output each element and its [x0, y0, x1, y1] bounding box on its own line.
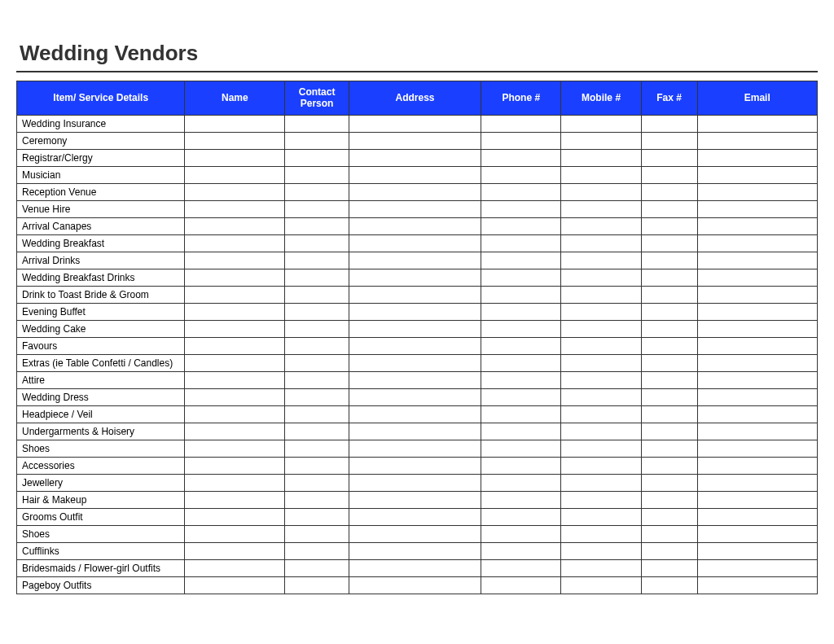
cell-item[interactable]: Jewellery [17, 474, 185, 491]
cell-fax[interactable] [641, 303, 697, 320]
cell-phone[interactable] [481, 252, 561, 269]
cell-contact[interactable] [285, 491, 349, 508]
cell-item[interactable]: Venue Hire [17, 200, 185, 217]
cell-fax[interactable] [641, 559, 697, 576]
cell-name[interactable] [185, 542, 285, 559]
cell-email[interactable] [697, 542, 818, 559]
cell-contact[interactable] [285, 286, 349, 303]
cell-email[interactable] [697, 388, 818, 405]
cell-fax[interactable] [641, 200, 697, 217]
cell-contact[interactable] [285, 217, 349, 234]
cell-contact[interactable] [285, 149, 349, 166]
cell-phone[interactable] [481, 457, 561, 474]
cell-phone[interactable] [481, 269, 561, 286]
cell-email[interactable] [697, 286, 818, 303]
cell-phone[interactable] [481, 354, 561, 371]
cell-fax[interactable] [641, 508, 697, 525]
cell-name[interactable] [185, 508, 285, 525]
cell-phone[interactable] [481, 371, 561, 388]
cell-mobile[interactable] [561, 491, 641, 508]
cell-mobile[interactable] [561, 405, 641, 423]
cell-item[interactable]: Headpiece / Veil [17, 405, 185, 423]
cell-fax[interactable] [641, 423, 697, 440]
cell-phone[interactable] [481, 286, 561, 303]
cell-contact[interactable] [285, 542, 349, 559]
cell-fax[interactable] [641, 166, 697, 183]
cell-contact[interactable] [285, 200, 349, 217]
cell-mobile[interactable] [561, 525, 641, 542]
cell-contact[interactable] [285, 320, 349, 337]
cell-name[interactable] [185, 337, 285, 354]
cell-address[interactable] [349, 371, 481, 388]
cell-address[interactable] [349, 286, 481, 303]
cell-item[interactable]: Wedding Dress [17, 388, 185, 405]
cell-name[interactable] [185, 166, 285, 183]
cell-item[interactable]: Bridesmaids / Flower-girl Outfits [17, 559, 185, 576]
cell-mobile[interactable] [561, 542, 641, 559]
cell-mobile[interactable] [561, 320, 641, 337]
cell-contact[interactable] [285, 525, 349, 542]
cell-item[interactable]: Accessories [17, 457, 185, 474]
cell-fax[interactable] [641, 337, 697, 354]
cell-mobile[interactable] [561, 200, 641, 217]
cell-mobile[interactable] [561, 166, 641, 183]
cell-item[interactable]: Hair & Makeup [17, 491, 185, 508]
cell-address[interactable] [349, 269, 481, 286]
cell-item[interactable]: Wedding Breakfast [17, 234, 185, 252]
cell-email[interactable] [697, 559, 818, 576]
cell-name[interactable] [185, 286, 285, 303]
cell-name[interactable] [185, 149, 285, 166]
cell-address[interactable] [349, 252, 481, 269]
cell-address[interactable] [349, 354, 481, 371]
cell-address[interactable] [349, 115, 481, 132]
cell-email[interactable] [697, 337, 818, 354]
cell-address[interactable] [349, 149, 481, 166]
cell-mobile[interactable] [561, 115, 641, 132]
cell-address[interactable] [349, 234, 481, 252]
cell-item[interactable]: Evening Buffet [17, 303, 185, 320]
cell-address[interactable] [349, 166, 481, 183]
cell-mobile[interactable] [561, 234, 641, 252]
cell-mobile[interactable] [561, 508, 641, 525]
cell-fax[interactable] [641, 149, 697, 166]
cell-phone[interactable] [481, 217, 561, 234]
cell-contact[interactable] [285, 303, 349, 320]
cell-contact[interactable] [285, 440, 349, 457]
cell-contact[interactable] [285, 183, 349, 200]
cell-contact[interactable] [285, 337, 349, 354]
cell-fax[interactable] [641, 234, 697, 252]
cell-name[interactable] [185, 320, 285, 337]
cell-name[interactable] [185, 491, 285, 508]
cell-name[interactable] [185, 371, 285, 388]
cell-email[interactable] [697, 252, 818, 269]
cell-item[interactable]: Wedding Breakfast Drinks [17, 269, 185, 286]
cell-mobile[interactable] [561, 132, 641, 149]
cell-name[interactable] [185, 354, 285, 371]
cell-phone[interactable] [481, 337, 561, 354]
cell-contact[interactable] [285, 576, 349, 594]
cell-email[interactable] [697, 474, 818, 491]
cell-contact[interactable] [285, 115, 349, 132]
cell-fax[interactable] [641, 491, 697, 508]
cell-email[interactable] [697, 354, 818, 371]
cell-name[interactable] [185, 440, 285, 457]
cell-email[interactable] [697, 303, 818, 320]
cell-mobile[interactable] [561, 269, 641, 286]
cell-phone[interactable] [481, 491, 561, 508]
cell-mobile[interactable] [561, 457, 641, 474]
cell-name[interactable] [185, 457, 285, 474]
cell-fax[interactable] [641, 132, 697, 149]
cell-item[interactable]: Drink to Toast Bride & Groom [17, 286, 185, 303]
cell-item[interactable]: Wedding Insurance [17, 115, 185, 132]
cell-fax[interactable] [641, 183, 697, 200]
cell-name[interactable] [185, 576, 285, 594]
cell-mobile[interactable] [561, 252, 641, 269]
cell-item[interactable]: Attire [17, 371, 185, 388]
cell-address[interactable] [349, 508, 481, 525]
cell-mobile[interactable] [561, 559, 641, 576]
cell-contact[interactable] [285, 354, 349, 371]
cell-mobile[interactable] [561, 371, 641, 388]
cell-name[interactable] [185, 423, 285, 440]
cell-mobile[interactable] [561, 217, 641, 234]
cell-item[interactable]: Shoes [17, 440, 185, 457]
